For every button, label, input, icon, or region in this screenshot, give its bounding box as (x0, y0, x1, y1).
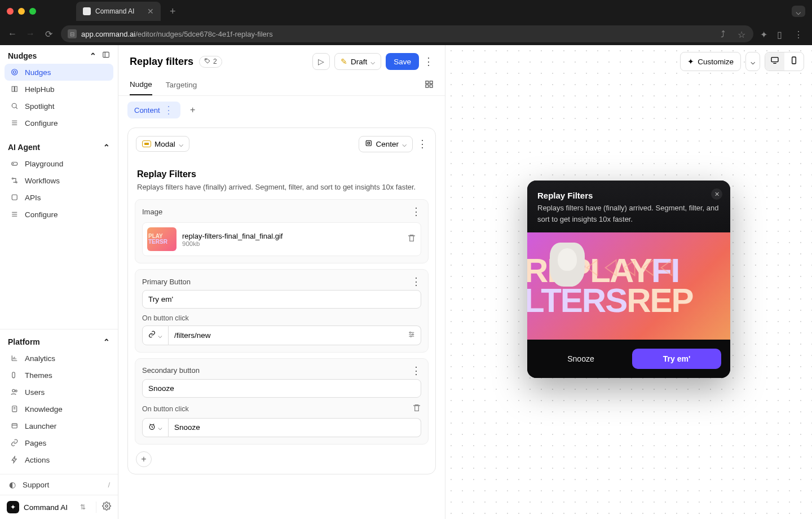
add-step-button[interactable]: + (185, 102, 201, 118)
status-dropdown[interactable]: ✎ Draft ⌵ (334, 53, 381, 70)
tag-count-pill[interactable]: 2 (199, 56, 222, 68)
sidebar-section-platform[interactable]: Platform ⌃ (0, 332, 118, 350)
block-label: Secondary button (142, 366, 200, 375)
action-value: Snooze (174, 423, 200, 432)
layout-icon[interactable] (425, 80, 434, 91)
mobile-device-button[interactable] (784, 52, 804, 71)
extensions-icon[interactable]: ✦ (760, 29, 769, 38)
device-toggle (765, 52, 804, 71)
window-minimize[interactable] (18, 8, 25, 15)
delete-action-button[interactable] (412, 403, 421, 415)
action-type-dropdown[interactable]: ⌵ (142, 326, 169, 345)
modal-primary-button[interactable]: Try em' (632, 349, 721, 369)
window-maximize[interactable] (29, 8, 36, 15)
nav-label: Themes (25, 371, 52, 380)
add-block-button[interactable]: + (136, 451, 152, 467)
sidebar-item-users[interactable]: Users (5, 384, 113, 401)
block-menu-button[interactable]: ⋮ (411, 276, 421, 287)
center-icon (365, 139, 373, 149)
close-tab-icon[interactable]: ✕ (147, 7, 154, 16)
window-close[interactable] (7, 8, 14, 15)
nav-reload-button[interactable]: ⟳ (43, 29, 54, 39)
more-menu-button[interactable]: ⋮ (423, 56, 434, 67)
chip-menu-icon[interactable]: ⋮ (164, 105, 174, 115)
primary-label-input[interactable] (142, 290, 421, 309)
sidebar-item-configure[interactable]: Configure (5, 115, 113, 131)
preview-panel: ✦ Customize ⌵ ✕ Replay Filters Replays f… (445, 45, 812, 519)
sidepanel-icon[interactable]: ▯ (777, 29, 786, 38)
support-label: Support (23, 481, 49, 489)
block-menu-button[interactable]: ⋮ (411, 206, 421, 217)
sidebar-item-helphub[interactable]: HelpHub (5, 81, 113, 98)
section-label: AI Agent (8, 143, 40, 152)
workspace-switcher[interactable]: ✦ Command AI ⇅ (0, 495, 118, 519)
tabs-menu-button[interactable]: ⌵ (792, 6, 805, 17)
sidebar-item-apis[interactable]: APIs (5, 189, 113, 206)
image-file-row[interactable]: PLAYTERSR replay-filters-final_final_fin… (142, 222, 421, 256)
sidebar-item-nudges[interactable]: Nudges (5, 64, 113, 81)
save-button[interactable]: Save (386, 53, 419, 70)
nav-back-button[interactable]: ← (7, 29, 18, 39)
browser-chrome: Command AI ✕ + ⌵ ← → ⟳ ⊟ app.command.ai/… (0, 0, 812, 45)
settings-gear-icon[interactable] (96, 502, 111, 513)
nav-forward-button[interactable]: → (25, 29, 36, 39)
heading-block[interactable]: Replay Filters Replays filters have (fin… (135, 164, 429, 194)
svg-point-37 (409, 332, 411, 333)
card-menu-button[interactable]: ⋮ (417, 139, 427, 149)
svg-point-26 (105, 505, 108, 507)
content-chip[interactable]: Content ⋮ (127, 102, 180, 118)
search-icon (10, 102, 19, 111)
tab-targeting[interactable]: Targeting (166, 75, 197, 95)
modal-description: Replays filters have (finally) arrived. … (537, 203, 720, 225)
nav-label: Configure (25, 210, 58, 219)
link-icon (10, 438, 19, 447)
desktop-device-button[interactable] (765, 52, 784, 71)
site-info-icon[interactable]: ⊟ (68, 29, 77, 38)
position-dropdown[interactable]: Center ⌵ (359, 136, 413, 152)
sidebar-item-pages[interactable]: Pages (5, 434, 113, 451)
sidebar-item-knowledge[interactable]: Knowledge (5, 401, 113, 417)
sidebar-item-workflows[interactable]: Workflows (5, 172, 113, 189)
bookmark-icon[interactable]: ☆ (738, 29, 747, 38)
panel-collapse-icon[interactable] (102, 51, 110, 60)
sidebar-section-nudges[interactable]: Nudges ⌃ (0, 45, 118, 64)
action-value-input[interactable]: /filters/new (169, 326, 421, 345)
new-tab-button[interactable]: + (170, 6, 176, 17)
sidebar-item-analytics[interactable]: Analytics (5, 350, 113, 367)
sidebar-item-playground[interactable]: Playground (5, 155, 113, 172)
sidebar-item-themes[interactable]: Themes (5, 367, 113, 384)
customize-caret[interactable]: ⌵ (745, 52, 760, 71)
browser-tab[interactable]: Command AI ✕ (76, 2, 161, 21)
tab-nudge[interactable]: Nudge (130, 74, 152, 95)
action-type-dropdown[interactable]: ⌵ (142, 418, 169, 437)
chevron-up-icon[interactable]: ⌃ (90, 51, 96, 60)
browser-menu-icon[interactable]: ⋮ (794, 29, 803, 38)
chart-icon (10, 354, 19, 363)
delete-image-button[interactable] (407, 234, 416, 245)
secondary-label-input[interactable] (142, 379, 421, 398)
modal-hero-image: ◁◁◁◁◁ REPLAYFI LTERSREP (527, 232, 730, 340)
share-icon[interactable]: ⤴ (721, 29, 730, 38)
chevron-up-icon[interactable]: ⌃ (103, 337, 110, 346)
sidebar-item-launcher[interactable]: Launcher (5, 417, 113, 434)
chevron-up-icon[interactable]: ⌃ (103, 143, 110, 152)
sidebar-item-support[interactable]: ◐Support / (0, 474, 118, 495)
sidebar-item-spotlight[interactable]: Spotlight (5, 98, 113, 115)
modal-close-button[interactable]: ✕ (711, 188, 722, 200)
modal-type-dropdown[interactable]: Modal ⌵ (136, 136, 189, 152)
play-button[interactable]: ▷ (312, 53, 330, 70)
image-filesize: 900kb (182, 240, 401, 247)
sidebar-section-agent[interactable]: AI Agent ⌃ (0, 137, 118, 155)
sidebar-item-actions[interactable]: Actions (5, 451, 113, 468)
nav-label: HelpHub (25, 85, 55, 94)
sidebar-item-configure[interactable]: Configure (5, 206, 113, 223)
customize-button[interactable]: ✦ Customize (680, 52, 741, 71)
sliders-icon[interactable] (408, 331, 416, 340)
url-bar[interactable]: ⊟ app.command.ai/editor/nudges/5dce678c-… (61, 25, 753, 42)
block-menu-button[interactable]: ⋮ (411, 366, 421, 376)
svg-rect-14 (12, 195, 17, 200)
nav-label: Spotlight (25, 102, 55, 111)
action-value-input[interactable]: Snooze (169, 418, 421, 437)
modal-secondary-button[interactable]: Snooze (536, 349, 625, 369)
svg-rect-24 (12, 424, 17, 428)
